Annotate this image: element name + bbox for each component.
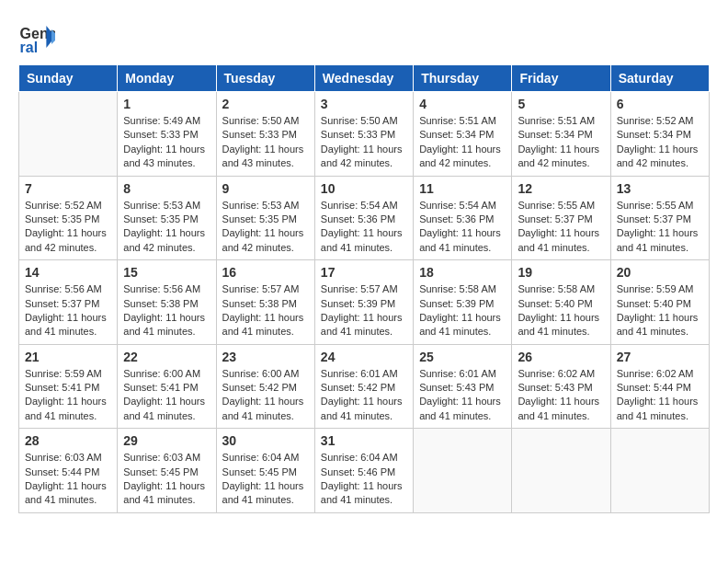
calendar-cell: 25Sunrise: 6:01 AMSunset: 5:43 PMDayligh… bbox=[414, 344, 512, 429]
day-number: 28 bbox=[25, 433, 111, 448]
day-number: 12 bbox=[518, 181, 604, 196]
day-info: Sunrise: 5:49 AMSunset: 5:33 PMDaylight:… bbox=[123, 114, 210, 171]
day-info: Sunrise: 5:54 AMSunset: 5:36 PMDaylight:… bbox=[419, 199, 506, 256]
day-info: Sunrise: 6:04 AMSunset: 5:46 PMDaylight:… bbox=[321, 451, 407, 508]
calendar-cell: 22Sunrise: 6:00 AMSunset: 5:41 PMDayligh… bbox=[118, 344, 216, 429]
day-info: Sunrise: 5:50 AMSunset: 5:33 PMDaylight:… bbox=[321, 114, 407, 171]
week-row-1: 1Sunrise: 5:49 AMSunset: 5:33 PMDaylight… bbox=[19, 92, 710, 177]
day-number: 19 bbox=[518, 265, 604, 280]
day-number: 6 bbox=[617, 97, 703, 111]
day-info: Sunrise: 6:00 AMSunset: 5:42 PMDaylight:… bbox=[222, 367, 309, 424]
day-number: 30 bbox=[222, 433, 309, 448]
logo: Gene ral bbox=[18, 18, 60, 55]
calendar-cell: 7Sunrise: 5:52 AMSunset: 5:35 PMDaylight… bbox=[19, 176, 118, 260]
calendar-cell: 29Sunrise: 6:03 AMSunset: 5:45 PMDayligh… bbox=[118, 429, 216, 513]
week-row-5: 28Sunrise: 6:03 AMSunset: 5:44 PMDayligh… bbox=[19, 429, 710, 513]
calendar-cell: 30Sunrise: 6:04 AMSunset: 5:45 PMDayligh… bbox=[216, 429, 314, 513]
day-header-thursday: Thursday bbox=[414, 65, 512, 92]
day-info: Sunrise: 5:57 AMSunset: 5:38 PMDaylight:… bbox=[222, 282, 309, 339]
calendar-cell: 11Sunrise: 5:54 AMSunset: 5:36 PMDayligh… bbox=[414, 176, 512, 260]
day-info: Sunrise: 6:03 AMSunset: 5:44 PMDaylight:… bbox=[25, 451, 111, 508]
day-info: Sunrise: 5:58 AMSunset: 5:39 PMDaylight:… bbox=[419, 282, 506, 339]
page-header: Gene ral bbox=[18, 18, 710, 55]
week-row-3: 14Sunrise: 5:56 AMSunset: 5:37 PMDayligh… bbox=[19, 260, 710, 345]
calendar-cell: 2Sunrise: 5:50 AMSunset: 5:33 PMDaylight… bbox=[216, 92, 314, 177]
day-info: Sunrise: 6:01 AMSunset: 5:43 PMDaylight:… bbox=[419, 367, 506, 424]
day-info: Sunrise: 5:55 AMSunset: 5:37 PMDaylight:… bbox=[518, 199, 604, 256]
calendar-cell: 19Sunrise: 5:58 AMSunset: 5:40 PMDayligh… bbox=[512, 260, 610, 345]
day-info: Sunrise: 5:59 AMSunset: 5:40 PMDaylight:… bbox=[617, 282, 703, 339]
day-info: Sunrise: 5:53 AMSunset: 5:35 PMDaylight:… bbox=[123, 199, 210, 256]
days-header-row: SundayMondayTuesdayWednesdayThursdayFrid… bbox=[19, 65, 710, 92]
day-info: Sunrise: 6:04 AMSunset: 5:45 PMDaylight:… bbox=[222, 451, 309, 508]
day-info: Sunrise: 6:02 AMSunset: 5:44 PMDaylight:… bbox=[617, 367, 703, 424]
day-number: 14 bbox=[25, 265, 111, 280]
day-number: 9 bbox=[222, 181, 309, 196]
day-info: Sunrise: 5:56 AMSunset: 5:37 PMDaylight:… bbox=[25, 282, 111, 339]
day-number: 27 bbox=[617, 350, 703, 364]
week-row-2: 7Sunrise: 5:52 AMSunset: 5:35 PMDaylight… bbox=[19, 176, 710, 260]
calendar-cell: 9Sunrise: 5:53 AMSunset: 5:35 PMDaylight… bbox=[216, 176, 314, 260]
calendar-cell bbox=[414, 429, 512, 513]
calendar-cell: 16Sunrise: 5:57 AMSunset: 5:38 PMDayligh… bbox=[216, 260, 314, 345]
day-info: Sunrise: 5:57 AMSunset: 5:39 PMDaylight:… bbox=[321, 282, 407, 339]
day-number: 20 bbox=[617, 265, 703, 280]
day-info: Sunrise: 5:51 AMSunset: 5:34 PMDaylight:… bbox=[518, 114, 604, 171]
day-info: Sunrise: 5:52 AMSunset: 5:34 PMDaylight:… bbox=[617, 114, 703, 171]
day-number: 2 bbox=[222, 97, 309, 111]
day-info: Sunrise: 5:51 AMSunset: 5:34 PMDaylight:… bbox=[419, 114, 506, 171]
day-number: 22 bbox=[123, 350, 210, 364]
day-number: 29 bbox=[123, 433, 210, 448]
day-header-sunday: Sunday bbox=[19, 65, 118, 92]
day-info: Sunrise: 5:59 AMSunset: 5:41 PMDaylight:… bbox=[25, 367, 111, 424]
calendar-cell: 12Sunrise: 5:55 AMSunset: 5:37 PMDayligh… bbox=[512, 176, 610, 260]
logo-icon: Gene ral bbox=[18, 18, 55, 55]
day-number: 15 bbox=[123, 265, 210, 280]
day-header-friday: Friday bbox=[512, 65, 610, 92]
day-number: 3 bbox=[321, 97, 407, 111]
calendar-cell: 1Sunrise: 5:49 AMSunset: 5:33 PMDaylight… bbox=[118, 92, 216, 177]
calendar-cell: 15Sunrise: 5:56 AMSunset: 5:38 PMDayligh… bbox=[118, 260, 216, 345]
day-info: Sunrise: 6:02 AMSunset: 5:43 PMDaylight:… bbox=[518, 367, 604, 424]
calendar-cell: 17Sunrise: 5:57 AMSunset: 5:39 PMDayligh… bbox=[314, 260, 413, 345]
calendar-cell: 3Sunrise: 5:50 AMSunset: 5:33 PMDaylight… bbox=[314, 92, 413, 177]
day-number: 16 bbox=[222, 265, 309, 280]
calendar-cell: 20Sunrise: 5:59 AMSunset: 5:40 PMDayligh… bbox=[610, 260, 709, 345]
day-number: 24 bbox=[321, 350, 407, 364]
calendar-cell: 13Sunrise: 5:55 AMSunset: 5:37 PMDayligh… bbox=[610, 176, 709, 260]
day-number: 25 bbox=[419, 350, 506, 364]
svg-text:ral: ral bbox=[20, 40, 39, 55]
day-info: Sunrise: 5:53 AMSunset: 5:35 PMDaylight:… bbox=[222, 199, 309, 256]
day-header-saturday: Saturday bbox=[610, 65, 709, 92]
day-number: 18 bbox=[419, 265, 506, 280]
calendar-table: SundayMondayTuesdayWednesdayThursdayFrid… bbox=[18, 64, 710, 513]
calendar-cell bbox=[610, 429, 709, 513]
day-number: 21 bbox=[25, 350, 111, 364]
day-info: Sunrise: 5:50 AMSunset: 5:33 PMDaylight:… bbox=[222, 114, 309, 171]
calendar-cell: 24Sunrise: 6:01 AMSunset: 5:42 PMDayligh… bbox=[314, 344, 413, 429]
day-info: Sunrise: 5:55 AMSunset: 5:37 PMDaylight:… bbox=[617, 199, 703, 256]
calendar-cell: 10Sunrise: 5:54 AMSunset: 5:36 PMDayligh… bbox=[314, 176, 413, 260]
day-header-monday: Monday bbox=[118, 65, 216, 92]
calendar-cell: 27Sunrise: 6:02 AMSunset: 5:44 PMDayligh… bbox=[610, 344, 709, 429]
day-info: Sunrise: 5:52 AMSunset: 5:35 PMDaylight:… bbox=[25, 199, 111, 256]
day-number: 10 bbox=[321, 181, 407, 196]
day-number: 23 bbox=[222, 350, 309, 364]
calendar-cell: 21Sunrise: 5:59 AMSunset: 5:41 PMDayligh… bbox=[19, 344, 118, 429]
day-number: 5 bbox=[518, 97, 604, 111]
day-number: 11 bbox=[419, 181, 506, 196]
day-info: Sunrise: 6:01 AMSunset: 5:42 PMDaylight:… bbox=[321, 367, 407, 424]
day-number: 8 bbox=[123, 181, 210, 196]
calendar-cell bbox=[512, 429, 610, 513]
calendar-cell: 5Sunrise: 5:51 AMSunset: 5:34 PMDaylight… bbox=[512, 92, 610, 177]
day-header-wednesday: Wednesday bbox=[314, 65, 413, 92]
day-info: Sunrise: 5:54 AMSunset: 5:36 PMDaylight:… bbox=[321, 199, 407, 256]
day-header-tuesday: Tuesday bbox=[216, 65, 314, 92]
day-info: Sunrise: 5:56 AMSunset: 5:38 PMDaylight:… bbox=[123, 282, 210, 339]
day-number: 1 bbox=[123, 97, 210, 111]
calendar-cell: 8Sunrise: 5:53 AMSunset: 5:35 PMDaylight… bbox=[118, 176, 216, 260]
calendar-cell: 23Sunrise: 6:00 AMSunset: 5:42 PMDayligh… bbox=[216, 344, 314, 429]
day-info: Sunrise: 6:03 AMSunset: 5:45 PMDaylight:… bbox=[123, 451, 210, 508]
calendar-cell: 14Sunrise: 5:56 AMSunset: 5:37 PMDayligh… bbox=[19, 260, 118, 345]
day-info: Sunrise: 6:00 AMSunset: 5:41 PMDaylight:… bbox=[123, 367, 210, 424]
